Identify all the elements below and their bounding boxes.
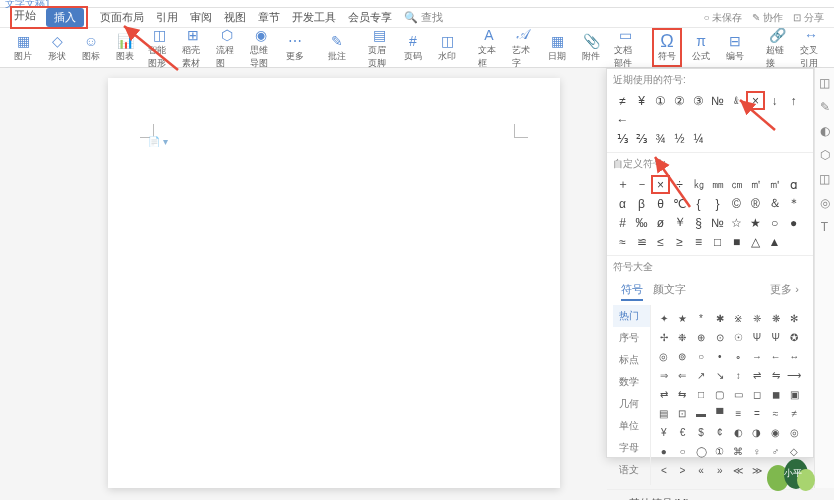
- sym[interactable]: □: [708, 232, 727, 251]
- char-cell[interactable]: ✻: [785, 309, 803, 327]
- char-cell[interactable]: ◎: [785, 423, 803, 441]
- char-cell[interactable]: ❈: [748, 309, 766, 327]
- date-button[interactable]: ▦日期: [542, 30, 572, 65]
- sym[interactable]: ÷: [670, 175, 689, 194]
- sym[interactable]: ≡: [689, 232, 708, 251]
- tab-view[interactable]: 视图: [224, 10, 246, 25]
- char-cell[interactable]: ¥: [655, 423, 673, 441]
- docpart-button[interactable]: ▭文档部件: [610, 24, 640, 72]
- sym[interactable]: ＊: [784, 194, 803, 213]
- share-button[interactable]: ⊡ 分享: [793, 11, 824, 25]
- char-cell[interactable]: ⟶: [785, 366, 803, 384]
- sym[interactable]: ○: [765, 213, 784, 232]
- char-cell[interactable]: €: [674, 423, 692, 441]
- sym[interactable]: ★: [746, 213, 765, 232]
- char-cell[interactable]: ¢: [711, 423, 729, 441]
- char-cell[interactable]: ◑: [748, 423, 766, 441]
- char-cell[interactable]: ⇌: [748, 366, 766, 384]
- char-cell[interactable]: ☉: [730, 328, 748, 346]
- cat-item[interactable]: 字母: [613, 437, 650, 459]
- sym[interactable]: ＋: [613, 175, 632, 194]
- sym[interactable]: ▲: [765, 232, 784, 251]
- char-cell[interactable]: ↕: [730, 366, 748, 384]
- sym[interactable]: ㎡: [746, 175, 765, 194]
- char-cell[interactable]: ∃: [711, 480, 729, 485]
- char-cell[interactable]: ∅: [730, 480, 748, 485]
- cat-item[interactable]: 热门: [613, 305, 650, 327]
- cat-item[interactable]: 语文: [613, 459, 650, 481]
- char-cell[interactable]: ⊚: [674, 347, 692, 365]
- char-cell[interactable]: ✪: [785, 328, 803, 346]
- res-button[interactable]: ⊞稻壳素材: [178, 24, 208, 72]
- char-cell[interactable]: •: [711, 347, 729, 365]
- annot-button[interactable]: ✎批注: [322, 30, 352, 65]
- wm-button[interactable]: ◫水印: [432, 30, 462, 65]
- char-cell[interactable]: ✱: [711, 309, 729, 327]
- char-cell[interactable]: ∀: [692, 480, 710, 485]
- sym[interactable]: β: [632, 194, 651, 213]
- tab-insert[interactable]: 插入: [46, 8, 84, 27]
- sym[interactable]: ⅔: [632, 129, 651, 148]
- sym[interactable]: ㎏: [689, 175, 708, 194]
- cat-tab-face[interactable]: 颜文字: [653, 282, 686, 301]
- sym[interactable]: №: [708, 91, 727, 110]
- sym[interactable]: ↑: [784, 91, 803, 110]
- sym[interactable]: ×: [651, 175, 670, 194]
- coop-button[interactable]: ✎ 协作: [752, 11, 783, 25]
- more-button[interactable]: ⋯更多: [280, 30, 310, 65]
- flow-button[interactable]: ⬡流程图: [212, 24, 242, 72]
- sym[interactable]: ®: [746, 194, 765, 213]
- sym[interactable]: －: [632, 175, 651, 194]
- sym[interactable]: ＆: [765, 194, 784, 213]
- char-cell[interactable]: ✢: [655, 328, 673, 346]
- char-cell[interactable]: ▀: [711, 404, 729, 422]
- char-cell[interactable]: >: [674, 461, 692, 479]
- sym[interactable]: ℃: [670, 194, 689, 213]
- char-cell[interactable]: ∘: [730, 347, 748, 365]
- char-cell[interactable]: Ψ: [748, 328, 766, 346]
- char-cell[interactable]: ↔: [785, 347, 803, 365]
- sym[interactable]: {: [689, 194, 708, 213]
- document-canvas[interactable]: 📄 ▾: [108, 78, 560, 488]
- tab-review[interactable]: 审阅: [190, 10, 212, 25]
- char-cell[interactable]: ○: [692, 347, 710, 365]
- char-cell[interactable]: ▭: [730, 385, 748, 403]
- sym[interactable]: ☆: [727, 213, 746, 232]
- char-cell[interactable]: ★: [674, 309, 692, 327]
- sym[interactable]: }: [708, 194, 727, 213]
- sideicon[interactable]: ✎: [820, 100, 830, 114]
- char-cell[interactable]: ≠: [785, 404, 803, 422]
- char-cell[interactable]: ✦: [655, 309, 673, 327]
- search-box[interactable]: 🔍查找: [404, 10, 443, 25]
- char-cell[interactable]: ∧: [655, 480, 673, 485]
- tab-chapter[interactable]: 章节: [258, 10, 280, 25]
- char-cell[interactable]: ▤: [655, 404, 673, 422]
- char-cell[interactable]: ≪: [730, 461, 748, 479]
- cat-tab-sym[interactable]: 符号: [621, 282, 643, 301]
- sym[interactable]: ≤: [651, 232, 670, 251]
- char-cell[interactable]: ◐: [730, 423, 748, 441]
- sym[interactable]: ½: [670, 129, 689, 148]
- sideicon[interactable]: ◐: [820, 124, 830, 138]
- sym[interactable]: ≌: [632, 232, 651, 251]
- char-cell[interactable]: □: [692, 385, 710, 403]
- tab-ref[interactable]: 引用: [156, 10, 178, 25]
- sideicon[interactable]: ◎: [820, 196, 830, 210]
- header-button[interactable]: ▤页眉页脚: [364, 24, 394, 72]
- char-cell[interactable]: *: [692, 309, 710, 327]
- symbol-button[interactable]: Ω符号: [652, 28, 682, 67]
- sym[interactable]: ©: [727, 194, 746, 213]
- tab-member[interactable]: 会员专享: [348, 10, 392, 25]
- char-cell[interactable]: ※: [730, 309, 748, 327]
- char-cell[interactable]: =: [748, 404, 766, 422]
- sym[interactable]: ↓: [765, 91, 784, 110]
- char-cell[interactable]: ⇐: [674, 366, 692, 384]
- sym[interactable]: ﹠: [727, 91, 746, 110]
- sym[interactable]: ③: [689, 91, 708, 110]
- sym[interactable]: ㎥: [765, 175, 784, 194]
- icon-button[interactable]: ☺图标: [76, 30, 106, 65]
- char-cell[interactable]: »: [711, 461, 729, 479]
- num-button[interactable]: ⊟编号: [720, 30, 750, 65]
- sym[interactable]: ㎝: [727, 175, 746, 194]
- char-cell[interactable]: ⇆: [674, 385, 692, 403]
